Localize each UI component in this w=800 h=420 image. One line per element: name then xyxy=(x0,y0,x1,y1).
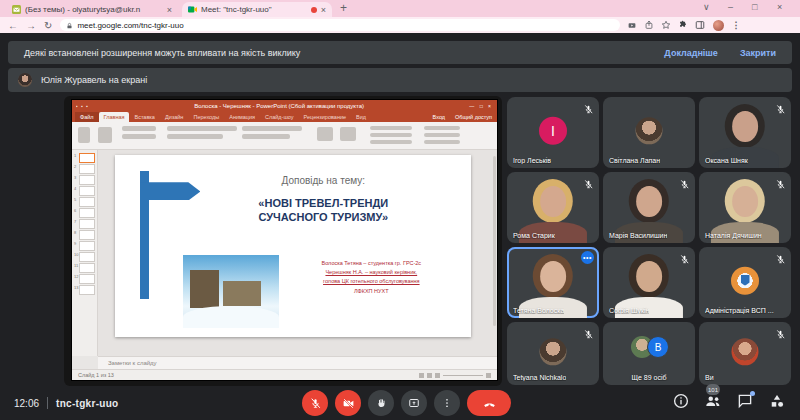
banner-details-button[interactable]: Докладніше xyxy=(664,48,718,58)
ppt-view-controls[interactable] xyxy=(419,373,491,378)
tab-meet[interactable]: Meet: "tnc-tgkr-uuo" × xyxy=(182,2,332,17)
ppt-tab-file[interactable]: Файл xyxy=(75,112,99,122)
participant-name: Рома Старик xyxy=(513,232,555,239)
participant-tile[interactable]: Світлана Лапан xyxy=(603,97,695,168)
present-screen-button[interactable] xyxy=(401,390,427,416)
slide-scrollbar[interactable] xyxy=(493,156,496,326)
ppt-tab-home[interactable]: Главная xyxy=(99,112,130,122)
address-bar[interactable]: meet.google.com/tnc-tgkr-uuo xyxy=(60,19,620,31)
more-options-button[interactable] xyxy=(434,390,460,416)
browser-menu-icon[interactable]: ⋮ xyxy=(731,20,740,30)
banner-close-button[interactable]: Закрити xyxy=(740,48,776,58)
participant-name: Марія Василишин xyxy=(609,232,667,239)
ppt-notes-pane[interactable]: Заметки к слайду xyxy=(98,356,497,369)
participant-name: Tetyana Nichkalo xyxy=(513,374,566,381)
chat-panel-icon[interactable] xyxy=(736,392,754,410)
extensions-puzzle-icon[interactable] xyxy=(678,20,688,30)
self-tile[interactable]: Ви xyxy=(699,322,791,385)
meeting-details-icon[interactable] xyxy=(672,392,690,410)
ppt-window-controls[interactable]: — □ × xyxy=(469,103,493,109)
slide-thumbnails[interactable]: 12345678910111213 xyxy=(72,150,98,356)
participant-tile[interactable]: Софія Шукін xyxy=(603,247,695,318)
media-control-icon[interactable] xyxy=(627,21,637,30)
ppt-titlebar: ▪ ▪ ▪ Волоска - Черешняк - PowerPoint (С… xyxy=(72,100,497,111)
ppt-tab-review[interactable]: Рецензирование xyxy=(299,112,351,122)
current-slide: Доповідь на тему: «НОВІ ТРЕВЕЛ-ТРЕНДИ СУ… xyxy=(115,155,471,337)
participant-tile[interactable]: Марія Василишин xyxy=(603,172,695,243)
call-controls xyxy=(302,390,511,416)
side-panel-icon[interactable] xyxy=(695,20,705,30)
extension-warning-banner: Деякі встановлені розширення можуть впли… xyxy=(8,41,792,64)
window-minimize-button[interactable]: – xyxy=(728,2,733,12)
tab-close-icon[interactable]: × xyxy=(167,5,172,15)
tab-title: (Без темы) - olyaturytsya@ukr.n xyxy=(25,5,163,14)
tab-close-icon[interactable]: × xyxy=(321,5,326,15)
mic-muted-icon xyxy=(583,326,594,337)
share-icon[interactable] xyxy=(644,20,654,30)
tab-title: Meet: "tnc-tgkr-uuo" xyxy=(201,5,307,14)
ppt-signin-label[interactable]: Вход xyxy=(428,112,450,122)
meeting-code: tnc-tgkr-uuo xyxy=(56,398,118,409)
mic-toggle-button[interactable] xyxy=(302,390,328,416)
forward-icon[interactable]: → xyxy=(26,20,36,31)
recording-indicator-icon xyxy=(311,7,317,13)
browser-tabstrip: (Без темы) - olyaturytsya@ukr.n × Meet: … xyxy=(0,0,800,17)
participant-tile[interactable]: Tetyana Nichkalo xyxy=(507,322,599,385)
ppt-window-title: Волоска - Черешняк - PowerPoint (Сбой ак… xyxy=(89,103,469,109)
participants-panel-icon[interactable]: 101 xyxy=(704,392,722,410)
browser-toolbar: ← → ↻ meet.google.com/tnc-tgkr-uuo ⋮ xyxy=(0,17,800,33)
more-people-tile[interactable]: B Ще 89 осіб xyxy=(603,322,695,385)
participant-name: Софія Шукін xyxy=(609,307,649,314)
presenter-bar: Юлія Журавель на екрані xyxy=(8,68,792,92)
participant-tile[interactable]: Адміністрація ВСП ... xyxy=(699,247,791,318)
powerpoint-window: ▪ ▪ ▪ Волоска - Черешняк - PowerPoint (С… xyxy=(72,100,497,380)
participant-name: Світлана Лапан xyxy=(609,157,660,164)
mic-muted-icon xyxy=(679,251,690,262)
mic-muted-icon xyxy=(775,251,786,262)
profile-avatar[interactable] xyxy=(713,20,724,31)
presenter-avatar xyxy=(18,73,32,87)
ppt-tab-slideshow[interactable]: Слайд-шоу xyxy=(260,112,299,122)
participant-tile[interactable]: I Ігор Леськів xyxy=(507,97,599,168)
raise-hand-button[interactable] xyxy=(368,390,394,416)
mic-muted-icon xyxy=(775,176,786,187)
ppt-tab-design[interactable]: Дизайн xyxy=(160,112,189,122)
window-maximize-button[interactable]: □ xyxy=(752,2,757,12)
avatar: I xyxy=(539,116,567,144)
ppt-tab-transitions[interactable]: Переходы xyxy=(188,112,224,122)
activities-icon[interactable] xyxy=(768,392,786,410)
ppt-tab-view[interactable]: Вид xyxy=(351,112,371,122)
meeting-panel-controls: 101 xyxy=(672,392,786,410)
participant-name: Адміністрація ВСП ... xyxy=(705,307,774,314)
participant-name: Наталія Дячишин xyxy=(705,232,762,239)
chat-notification-dot xyxy=(750,391,755,396)
window-close-button[interactable]: × xyxy=(777,2,782,12)
more-people-label: Ще 89 осіб xyxy=(603,374,695,381)
ppt-status-bar: Слайд 1 из 13 xyxy=(72,369,497,380)
new-tab-button[interactable]: + xyxy=(340,1,347,15)
presenter-label: Юлія Журавель на екрані xyxy=(41,75,147,85)
camera-toggle-button[interactable] xyxy=(335,390,361,416)
bookmark-star-icon[interactable] xyxy=(661,20,671,30)
participant-tile-active-speaker[interactable]: ••• Тетяна Волоска xyxy=(507,247,599,318)
ppt-quick-access-toolbar: ▪ ▪ ▪ xyxy=(76,103,89,109)
lock-icon xyxy=(66,16,73,34)
tile-more-options-button[interactable]: ••• xyxy=(581,251,594,264)
ppt-tab-animation[interactable]: Анимация xyxy=(224,112,260,122)
mic-muted-icon xyxy=(775,326,786,337)
ppt-share-button[interactable]: Общий доступ xyxy=(450,112,497,122)
ppt-tab-insert[interactable]: Вставка xyxy=(129,112,159,122)
chrome-chevron-icon[interactable]: ∨ xyxy=(703,2,710,12)
end-call-button[interactable] xyxy=(467,390,511,416)
mic-muted-icon xyxy=(583,101,594,112)
participant-tile[interactable]: Рома Старик xyxy=(507,172,599,243)
back-icon[interactable]: ← xyxy=(8,20,18,31)
tab-mail[interactable]: (Без темы) - olyaturytsya@ukr.n × xyxy=(6,2,178,17)
participant-tile[interactable]: Наталія Дячишин xyxy=(699,172,791,243)
participant-tile[interactable]: Оксана Шняк xyxy=(699,97,791,168)
reload-icon[interactable]: ↻ xyxy=(44,20,52,31)
ppt-ribbon-tabs: Файл Главная Вставка Дизайн Переходы Ани… xyxy=(72,111,497,122)
clock-text: 12:06 xyxy=(14,398,39,409)
slide-title: «НОВІ ТРЕВЕЛ-ТРЕНДИ СУЧАСНОГО ТУРИЗМУ» xyxy=(190,197,457,225)
ppt-slide-counter: Слайд 1 из 13 xyxy=(78,372,114,378)
